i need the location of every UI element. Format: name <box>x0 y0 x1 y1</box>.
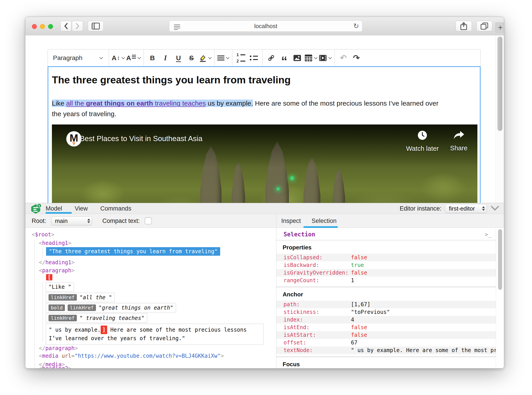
font-size-icon: A <box>112 54 117 62</box>
tab-view[interactable]: View <box>75 205 88 212</box>
compact-text-checkbox[interactable] <box>145 217 152 225</box>
select-stepper-icon <box>482 206 485 211</box>
selected-text: Like <box>52 99 66 107</box>
tag-paragraph-close[interactable]: paragraph <box>39 345 78 351</box>
inspector-controls-row: Root: main Compact text: Inspect Selecti… <box>25 214 504 228</box>
model-tree: $root heading1 "The three greatest thing… <box>25 228 276 368</box>
underline-button[interactable]: U <box>173 52 184 64</box>
tag-heading1-open[interactable]: heading1 <box>39 240 71 246</box>
address-bar[interactable]: localhost ↻ <box>169 21 362 32</box>
toolbar-separator <box>335 49 335 66</box>
share-button[interactable] <box>456 21 472 31</box>
panel-scrollbar[interactable] <box>496 228 504 368</box>
insert-image-button[interactable] <box>291 52 303 64</box>
property-row: isBackward:true <box>276 261 496 269</box>
sidebar-toggle-button[interactable] <box>88 21 104 31</box>
selection-panel: Selection >_ Properties isCollapsed:fals… <box>276 228 504 368</box>
attribute-badge: linkHref <box>49 315 77 321</box>
chevron-down-icon <box>314 55 318 59</box>
editor-instance-label: Editor instance: <box>400 205 441 212</box>
active-side-tab-underline <box>303 226 338 228</box>
editor-content[interactable]: The three greatest things you learn from… <box>48 66 481 224</box>
tag-root[interactable]: $root <box>32 231 54 238</box>
bulleted-list-button[interactable] <box>248 52 260 64</box>
chevron-down-icon <box>137 55 141 59</box>
text-node[interactable]: "Like " <box>46 282 74 292</box>
highlight-button[interactable] <box>199 52 212 64</box>
tag-heading2-open[interactable]: heading2 <box>39 365 71 368</box>
reader-icon[interactable] <box>174 24 180 31</box>
desktop: localhost ↻ + Paragraph A↕ <box>0 0 532 395</box>
chevron-down-icon <box>226 55 230 59</box>
strikethrough-button[interactable]: S <box>186 52 197 64</box>
watch-later-button[interactable]: Watch later <box>406 130 439 152</box>
selected-text: us by example. <box>206 99 253 107</box>
redo-button[interactable]: ↷ <box>351 52 362 64</box>
section-anchor: Anchor <box>276 287 504 301</box>
reload-icon[interactable]: ↻ <box>353 22 359 30</box>
media-embed-icon <box>319 54 327 62</box>
bold-button[interactable]: B <box>147 52 158 64</box>
scrollbar-thumb[interactable] <box>498 229 502 290</box>
font-family-button[interactable]: A <box>126 52 141 64</box>
link-icon <box>267 54 275 62</box>
tag-paragraph-open[interactable]: paragraph <box>39 267 75 274</box>
log-to-console-icon[interactable]: >_ <box>485 231 491 238</box>
selection-panel-title: Selection <box>284 231 315 238</box>
paragraph-style-dropdown[interactable]: Paragraph <box>50 52 106 64</box>
tab-model[interactable]: Model <box>46 205 62 212</box>
numbered-list-button[interactable]: 1 2 <box>235 52 247 64</box>
share-arrow-icon <box>453 130 465 140</box>
text-node[interactable]: boldlinkHref"great things on earth" <box>46 303 176 313</box>
root-select[interactable]: main <box>51 216 92 225</box>
select-stepper-icon <box>88 219 90 223</box>
selected-model-text[interactable]: "The three greatest things you learn fro… <box>46 247 220 256</box>
back-button[interactable] <box>60 21 71 31</box>
selection-panel-titlebar: Selection >_ <box>276 228 504 240</box>
insert-table-button[interactable] <box>304 52 318 64</box>
tag-heading1-close[interactable]: heading1 <box>39 259 75 266</box>
chevron-down-icon <box>208 55 212 59</box>
editor-instance-select[interactable]: first-editor <box>445 204 487 213</box>
channel-avatar[interactable]: M v <box>66 131 82 147</box>
link-button[interactable] <box>265 52 277 64</box>
forward-button[interactable] <box>72 21 83 31</box>
ckeditor-inspector: 5 Model View Commands Editor instance: f… <box>25 203 504 368</box>
tab-commands[interactable]: Commands <box>100 205 132 212</box>
undo-button[interactable]: ↶ <box>337 52 349 64</box>
root-label: Root: <box>32 218 46 225</box>
indent-guide <box>34 240 35 368</box>
video-share-button[interactable]: Share <box>450 130 467 152</box>
editor-instance-value: first-editor <box>449 205 475 212</box>
font-size-button[interactable]: A↕ <box>112 52 125 64</box>
paragraph-text: Here are some of the most precious lesso… <box>253 99 438 107</box>
page-scrollbar[interactable] <box>495 36 504 203</box>
indent-guide <box>43 248 43 258</box>
minimize-window-button[interactable] <box>40 24 45 29</box>
link-all-the[interactable]: all the <box>66 99 86 107</box>
tab-overview-button[interactable] <box>477 21 492 31</box>
text-alignment-button[interactable] <box>217 52 229 64</box>
new-tab-button[interactable]: + <box>495 22 504 33</box>
tag-media-open[interactable]: media <box>39 353 58 359</box>
insert-media-button[interactable] <box>319 52 332 64</box>
browser-content: Paragraph A↕ A B I U S <box>25 35 504 368</box>
link-traveling-teaches[interactable]: traveling teaches <box>153 99 206 107</box>
video-title[interactable]: Best Places to Visit in Southeast Asia <box>80 134 203 143</box>
collapse-inspector-button[interactable] <box>491 206 499 211</box>
scrollbar-thumb[interactable] <box>497 37 502 131</box>
toolbar-separator <box>109 49 109 66</box>
text-node[interactable]: " us by example.] Here are some of the m… <box>46 324 263 345</box>
close-window-button[interactable] <box>32 24 37 29</box>
tab-inspect[interactable]: Inspect <box>281 218 301 225</box>
text-node[interactable]: linkHref" traveling teaches" <box>46 313 147 323</box>
zoom-window-button[interactable] <box>48 24 53 29</box>
text-node[interactable]: linkHref"all the " <box>46 292 115 302</box>
paragraph-text: the years of traveling. <box>52 110 116 117</box>
block-quote-button[interactable]: “ <box>278 52 290 64</box>
link-great-things[interactable]: great things on earth <box>86 99 153 107</box>
share-icon <box>460 22 467 30</box>
italic-button[interactable]: I <box>159 52 171 64</box>
tab-selection[interactable]: Selection <box>312 218 337 225</box>
document-paragraph: Like all the great things on earth trave… <box>52 98 476 119</box>
